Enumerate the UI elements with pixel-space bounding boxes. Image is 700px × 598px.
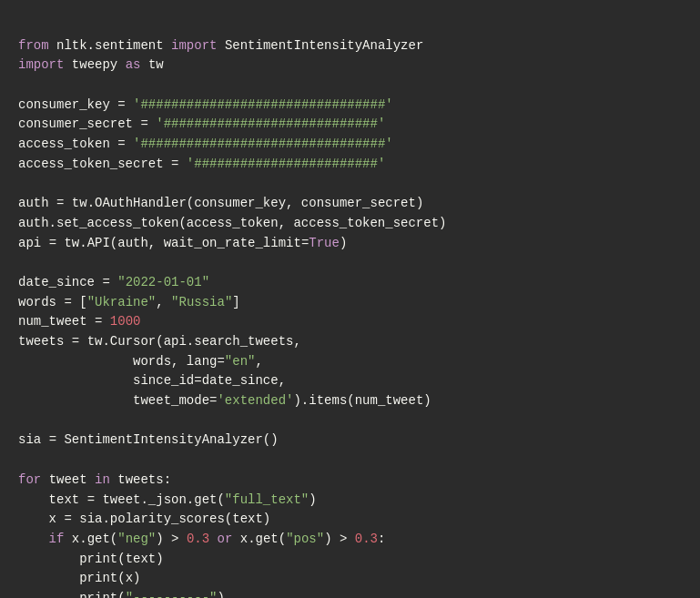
line-1: from nltk.sentiment import SentimentInte… bbox=[18, 38, 446, 598]
code-editor: from nltk.sentiment import SentimentInte… bbox=[18, 16, 682, 598]
